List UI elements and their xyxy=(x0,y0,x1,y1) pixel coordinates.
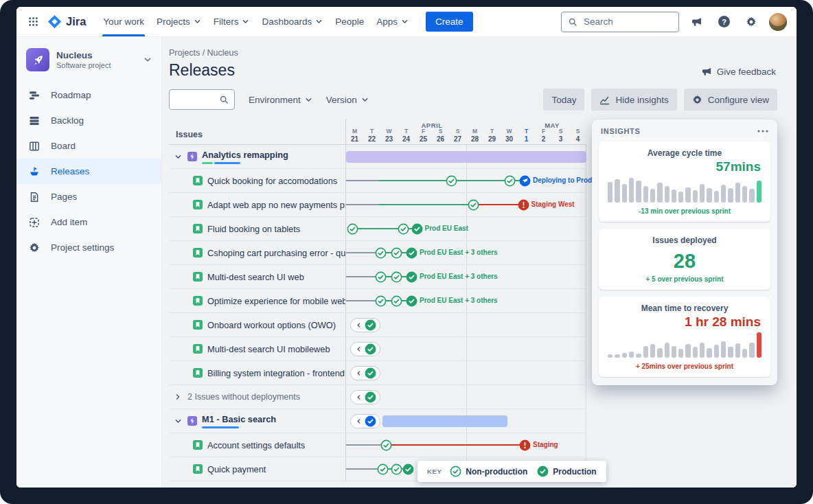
help-icon[interactable]: ? xyxy=(715,12,733,31)
warning-icon[interactable] xyxy=(519,439,531,451)
issue-cell-quick-booking-for-accomodations[interactable]: Quick booking for accomodations xyxy=(169,169,346,193)
configure-view-button[interactable]: Configure view xyxy=(684,89,777,111)
issue-cell-multi-dest-search-ui-web[interactable]: Multi-dest search UI web xyxy=(169,265,346,289)
issue-cell-cshoping-cart-purchasing-error-quick[interactable]: Cshoping cart purchasing error - quick xyxy=(169,241,346,265)
project-switcher[interactable]: Nucleus Software project xyxy=(16,47,161,82)
global-search-input[interactable] xyxy=(582,16,672,27)
environment-filter[interactable]: Environment xyxy=(249,95,312,105)
issue-cell-analytics-remapping[interactable]: Analytics remapping xyxy=(169,145,346,169)
timeline-cell xyxy=(346,337,586,361)
check-outline-icon[interactable] xyxy=(398,223,409,235)
deploy-icon[interactable] xyxy=(519,175,531,187)
chevron-down-icon[interactable] xyxy=(174,417,183,425)
check-outline-icon[interactable] xyxy=(446,175,457,187)
day-of-week: S xyxy=(552,128,569,135)
check-filled-icon xyxy=(365,319,376,331)
global-search[interactable] xyxy=(561,12,679,32)
issue-cell-onboard-workout-options-owo[interactable]: Onboard workout options (OWO) xyxy=(169,313,346,337)
more-options-icon[interactable] xyxy=(757,130,768,133)
breadcrumb[interactable]: Projects / Nucleus xyxy=(169,48,786,58)
check-filled-icon[interactable] xyxy=(411,223,423,235)
check-outline-icon[interactable] xyxy=(375,247,387,259)
check-outline-icon[interactable] xyxy=(391,271,402,283)
user-avatar[interactable] xyxy=(769,13,787,31)
check-filled-icon[interactable] xyxy=(406,295,417,307)
filter-search[interactable] xyxy=(169,89,235,110)
issue-cell-optimize-experience-for-mobile-web[interactable]: Optimize experience for mobile web xyxy=(169,289,346,313)
timeline-cell: Prod EU East + 3 others xyxy=(346,241,586,265)
check-outline-icon[interactable] xyxy=(391,247,402,259)
hide-insights-label: Hide insights xyxy=(615,95,668,105)
check-outline-icon[interactable] xyxy=(380,439,392,451)
sidebar-item-add-item[interactable]: Add item xyxy=(16,209,161,235)
issue-cell-adapt-web-app-no-new-payments-provi[interactable]: Adapt web app no new payments provi xyxy=(169,193,346,217)
sidebar-nav: RoadmapBacklogBoardReleasesPagesAdd item… xyxy=(16,82,161,260)
epic-label-wrap: M1 - Basic search xyxy=(202,414,276,428)
check-filled-icon[interactable] xyxy=(406,247,417,259)
check-outline-icon[interactable] xyxy=(347,223,358,235)
timeline-cell: Staging xyxy=(346,433,586,457)
issue-cell-fluid-booking-on-tablets[interactable]: Fluid booking on tablets xyxy=(169,217,346,241)
check-outline-icon xyxy=(450,466,461,477)
settings-gear-icon[interactable] xyxy=(742,13,760,31)
issue-cell-multi-dest-search-ui-mobileweb[interactable]: Multi-dest search UI mobileweb xyxy=(169,337,346,361)
project-name: Nucleus xyxy=(56,50,111,60)
collapsed-deployments-pill[interactable] xyxy=(350,414,380,428)
sidebar-item-pages[interactable]: Pages xyxy=(16,184,161,209)
sidebar: Nucleus Software project RoadmapBacklogB… xyxy=(16,37,162,488)
issue-cell-quick-payment[interactable]: Quick payment xyxy=(169,457,346,481)
collapsed-deployments-pill[interactable] xyxy=(350,390,380,404)
issue-cell-account-settings-defaults[interactable]: Account settings defaults xyxy=(169,433,346,457)
issue-label: Account settings defaults xyxy=(207,440,305,450)
collapsed-deployments-pill[interactable] xyxy=(350,318,380,332)
filter-search-input[interactable] xyxy=(175,94,219,106)
megaphone-icon[interactable] xyxy=(688,13,706,31)
version-filter[interactable]: Version xyxy=(326,95,369,105)
nav-item-apps[interactable]: Apps xyxy=(370,7,415,36)
jira-logo[interactable]: Jira xyxy=(47,14,86,29)
nav-item-people[interactable]: People xyxy=(329,7,370,36)
issue-cell-m1-basic-search[interactable]: M1 - Basic search xyxy=(169,409,346,433)
timeline-row-m1-basic-search: M1 - Basic search xyxy=(169,409,586,433)
check-filled-icon[interactable] xyxy=(402,463,414,475)
issue-cell-2-issues-without-deployments[interactable]: 2 Issues without deployments xyxy=(169,385,346,409)
nav-item-your-work[interactable]: Your work xyxy=(97,7,150,36)
create-button[interactable]: Create xyxy=(426,12,473,32)
release-bar[interactable] xyxy=(382,415,508,427)
check-outline-icon[interactable] xyxy=(375,295,387,307)
collapsed-deployments-pill[interactable] xyxy=(350,342,380,356)
sidebar-item-releases[interactable]: Releases xyxy=(16,159,161,184)
give-feedback-button[interactable]: Give feedback xyxy=(702,67,776,77)
sidebar-item-backlog[interactable]: Backlog xyxy=(16,108,161,133)
app-body: Nucleus Software project RoadmapBacklogB… xyxy=(16,37,797,488)
today-button[interactable]: Today xyxy=(543,89,584,111)
nav-item-dashboards[interactable]: Dashboards xyxy=(255,7,329,36)
check-outline-icon[interactable] xyxy=(375,271,387,283)
issue-cell-billing-system-integration-frontend[interactable]: Billing system integration - frontend xyxy=(169,361,346,385)
track-segment xyxy=(346,204,379,205)
timeline-row-analytics-remapping: Analytics remapping xyxy=(169,145,586,169)
chevron-down-icon xyxy=(242,18,249,25)
day-of-week: T xyxy=(518,128,535,135)
check-outline-icon[interactable] xyxy=(504,175,516,187)
nav-item-projects[interactable]: Projects xyxy=(150,7,207,36)
sidebar-item-roadmap[interactable]: Roadmap xyxy=(16,82,161,108)
check-outline-icon[interactable] xyxy=(391,295,402,307)
hide-insights-button[interactable]: Hide insights xyxy=(591,89,676,111)
nav-item-filters[interactable]: Filters xyxy=(207,7,256,36)
day-number: 3 xyxy=(552,135,569,143)
chevron-right-icon[interactable] xyxy=(174,393,183,400)
day-of-week: T xyxy=(363,128,380,135)
warning-icon[interactable] xyxy=(518,199,529,211)
configure-view-label: Configure view xyxy=(708,95,769,105)
release-bar[interactable] xyxy=(346,151,586,163)
check-outline-icon[interactable] xyxy=(391,463,402,475)
collapsed-deployments-pill[interactable] xyxy=(350,366,380,380)
sidebar-item-board[interactable]: Board xyxy=(16,133,161,159)
check-outline-icon[interactable] xyxy=(468,199,479,211)
check-filled-icon[interactable] xyxy=(406,271,417,283)
check-outline-icon[interactable] xyxy=(377,463,389,475)
app-switcher-icon[interactable] xyxy=(25,13,42,30)
sidebar-item-project-settings[interactable]: Project settings xyxy=(16,235,161,260)
chevron-down-icon[interactable] xyxy=(174,153,183,161)
